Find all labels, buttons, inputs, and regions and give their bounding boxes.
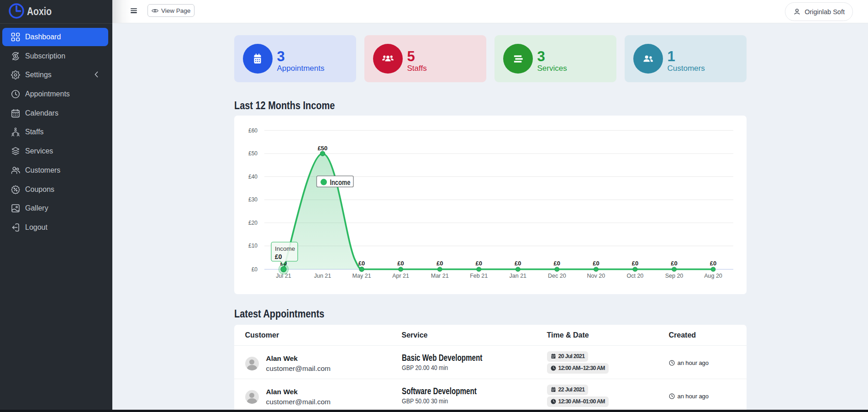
svg-text:£0: £0	[251, 266, 258, 273]
svg-text:£0: £0	[515, 260, 521, 267]
svg-text:£50: £50	[317, 145, 327, 152]
svg-text:Dec 20: Dec 20	[547, 273, 566, 279]
svg-text:Income: Income	[275, 245, 295, 252]
svg-text:£0: £0	[275, 253, 282, 260]
svg-text:£0: £0	[631, 260, 638, 267]
svg-text:£0: £0	[436, 260, 442, 267]
svg-text:£50: £50	[248, 150, 257, 157]
svg-text:£0: £0	[593, 260, 599, 267]
svg-text:£60: £60	[248, 127, 257, 134]
svg-text:Nov 20: Nov 20	[587, 273, 605, 279]
svg-text:Mar 21: Mar 21	[431, 273, 448, 279]
svg-text:£0: £0	[671, 260, 677, 267]
svg-text:£0: £0	[397, 260, 404, 267]
svg-text:Sep 20: Sep 20	[665, 273, 683, 279]
svg-text:Jan 21: Jan 21	[509, 273, 526, 279]
svg-text:£0: £0	[475, 260, 482, 267]
svg-text:£0: £0	[358, 260, 364, 267]
svg-text:Jun 21: Jun 21	[314, 273, 331, 279]
svg-text:Income: Income	[330, 178, 350, 186]
svg-text:Apr 21: Apr 21	[392, 273, 409, 279]
svg-text:£40: £40	[248, 174, 257, 180]
svg-text:Feb 21: Feb 21	[470, 273, 488, 279]
svg-text:£0: £0	[710, 260, 716, 267]
svg-text:£30: £30	[248, 196, 257, 203]
svg-text:£10: £10	[248, 243, 257, 249]
svg-text:Oct 20: Oct 20	[626, 273, 643, 279]
svg-text:£0: £0	[553, 260, 560, 267]
svg-text:Aug 20: Aug 20	[704, 273, 722, 279]
svg-text:May 21: May 21	[352, 273, 371, 279]
svg-text:£20: £20	[248, 220, 257, 226]
